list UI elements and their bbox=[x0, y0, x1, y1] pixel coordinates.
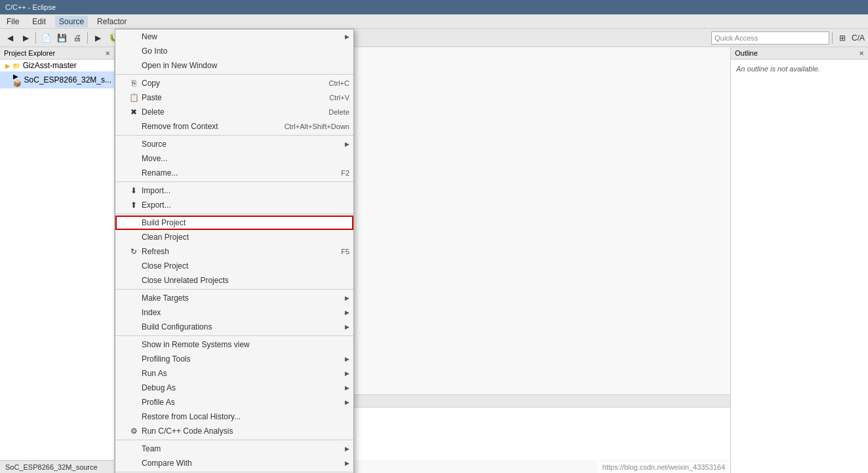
ctx-icon-run-cpp-analysis: ⚙ bbox=[128, 426, 139, 436]
ctx-item-debug-as[interactable]: Debug As▶ bbox=[115, 381, 353, 395]
ctx-icon-paste: 📋 bbox=[128, 92, 139, 103]
ctx-arrow-profile-as: ▶ bbox=[345, 399, 349, 406]
ctx-icon-compare-with bbox=[128, 458, 139, 468]
ctx-item-go-into[interactable]: Go Into bbox=[115, 44, 353, 58]
ctx-item-move[interactable]: Move... bbox=[115, 151, 353, 166]
ctx-item-make-targets[interactable]: Make Targets▶ bbox=[115, 291, 353, 305]
toolbar-sep-1 bbox=[35, 32, 36, 44]
title-bar: C/C++ - Eclipse bbox=[0, 0, 868, 14]
ctx-item-copy[interactable]: ⎘CopyCtrl+C bbox=[115, 76, 353, 90]
ctx-label-remove-context: Remove from Context bbox=[142, 122, 269, 131]
ctx-item-show-remote[interactable]: Show in Remote Systems view bbox=[115, 337, 353, 352]
ctx-icon-copy: ⎘ bbox=[128, 78, 139, 88]
tree-item-soc[interactable]: ▶ 📦 SoC_ESP8266_32M_s... bbox=[0, 71, 114, 88]
ctx-separator bbox=[115, 214, 353, 214]
toolbar-btn-forward[interactable]: ▶ bbox=[18, 31, 33, 45]
ctx-shortcut-copy: Ctrl+C bbox=[329, 79, 349, 87]
menu-refactor[interactable]: Refactor bbox=[93, 16, 130, 28]
ctx-item-rename[interactable]: Rename...F2 bbox=[115, 166, 353, 180]
ctx-label-index: Index bbox=[142, 308, 342, 317]
toolbar-sep-4 bbox=[832, 32, 833, 44]
ctx-label-run-cpp-analysis: Run C/C++ Code Analysis bbox=[142, 426, 349, 436]
title-text: C/C++ - Eclipse bbox=[5, 3, 56, 11]
menu-source[interactable]: Source bbox=[55, 16, 88, 28]
ctx-item-clean-project[interactable]: Clean Project bbox=[115, 230, 353, 244]
outline-close[interactable]: ✕ bbox=[859, 50, 864, 57]
ctx-item-remove-context[interactable]: Remove from ContextCtrl+Alt+Shift+Down bbox=[115, 119, 353, 134]
ctx-shortcut-paste: Ctrl+V bbox=[329, 94, 349, 102]
ctx-item-close-project[interactable]: Close Project bbox=[115, 259, 353, 273]
ctx-item-restore-local-history[interactable]: Restore from Local History... bbox=[115, 409, 353, 424]
ctx-item-index[interactable]: Index▶ bbox=[115, 305, 353, 320]
outline-message: An outline is not available. bbox=[731, 60, 868, 78]
ctx-arrow-new: ▶ bbox=[345, 33, 349, 40]
ctx-item-refresh[interactable]: ↻RefreshF5 bbox=[115, 244, 353, 259]
toolbar-btn-cpp[interactable]: C/A bbox=[851, 31, 865, 45]
ctx-item-source[interactable]: Source▶ bbox=[115, 137, 353, 151]
toolbar-btn-new[interactable]: 📄 bbox=[39, 31, 53, 45]
ctx-label-new: New bbox=[142, 32, 342, 41]
ctx-item-team[interactable]: Team▶ bbox=[115, 442, 353, 456]
ctx-icon-clean-project bbox=[128, 232, 139, 242]
ctx-arrow-source: ▶ bbox=[345, 141, 349, 147]
ctx-item-profiling-tools[interactable]: Profiling Tools▶ bbox=[115, 352, 353, 366]
status-bar: SoC_ESP8266_32M_source bbox=[0, 460, 114, 473]
toolbar-btn-save[interactable]: 💾 bbox=[54, 31, 69, 45]
ctx-item-open-new-window[interactable]: Open in New Window bbox=[115, 58, 353, 73]
ctx-icon-move bbox=[128, 153, 139, 164]
ctx-label-source: Source bbox=[142, 140, 342, 149]
ctx-separator bbox=[115, 74, 353, 75]
ctx-icon-restore-local-history bbox=[128, 411, 139, 422]
ctx-separator bbox=[115, 472, 353, 472]
toolbar-btn-perspective[interactable]: ⊞ bbox=[835, 31, 850, 45]
project-explorer-close[interactable]: ✕ bbox=[105, 50, 110, 57]
ctx-item-paste[interactable]: 📋PasteCtrl+V bbox=[115, 90, 353, 105]
menu-file[interactable]: File bbox=[3, 16, 23, 28]
toolbar-btn-run[interactable]: ▶ bbox=[90, 31, 105, 45]
ctx-icon-index bbox=[128, 307, 139, 318]
quick-access-box[interactable]: Quick Access bbox=[711, 31, 829, 45]
ctx-separator bbox=[115, 335, 353, 336]
ctx-item-profile-as[interactable]: Profile As▶ bbox=[115, 395, 353, 409]
status-text: SoC_ESP8266_32M_source bbox=[5, 463, 98, 471]
ctx-item-compare-with[interactable]: Compare With▶ bbox=[115, 456, 353, 470]
ctx-icon-new bbox=[128, 31, 139, 42]
ctx-separator bbox=[115, 135, 353, 136]
ctx-item-build-configurations[interactable]: Build Configurations▶ bbox=[115, 320, 353, 334]
ctx-label-clean-project: Clean Project bbox=[142, 233, 349, 242]
watermark: https://blog.csdn.net/weixin_43353164 bbox=[597, 461, 730, 473]
ctx-arrow-make-targets: ▶ bbox=[345, 295, 349, 301]
ctx-icon-rename bbox=[128, 168, 139, 178]
ctx-label-compare-with: Compare With bbox=[142, 459, 342, 468]
ctx-item-build-project[interactable]: Build Project bbox=[115, 216, 353, 230]
toolbar-btn-print[interactable]: 🖨 bbox=[70, 31, 85, 45]
ctx-item-import[interactable]: ⬇Import... bbox=[115, 183, 353, 198]
tree-item-gizasst[interactable]: ▶ 📁 GizAsst-master bbox=[0, 60, 114, 71]
ctx-arrow-compare-with: ▶ bbox=[345, 460, 349, 466]
ctx-shortcut-delete: Delete bbox=[328, 108, 349, 116]
toolbar-btn-back[interactable]: ◀ bbox=[3, 31, 17, 45]
ctx-icon-run-as bbox=[128, 368, 139, 379]
ctx-label-team: Team bbox=[142, 444, 342, 453]
ctx-item-export[interactable]: ⬆Export... bbox=[115, 198, 353, 212]
ctx-label-close-unrelated: Close Unrelated Projects bbox=[142, 276, 349, 285]
menu-edit[interactable]: Edit bbox=[28, 16, 50, 28]
menu-bar: File Edit Source Refactor bbox=[0, 14, 868, 29]
ctx-icon-profile-as bbox=[128, 397, 139, 407]
ctx-arrow-profiling-tools: ▶ bbox=[345, 356, 349, 362]
ctx-label-refresh: Refresh bbox=[142, 247, 325, 256]
ctx-item-new[interactable]: New▶ bbox=[115, 29, 353, 44]
ctx-item-close-unrelated[interactable]: Close Unrelated Projects bbox=[115, 273, 353, 288]
ctx-icon-build-project bbox=[128, 218, 139, 228]
ctx-item-run-cpp-analysis[interactable]: ⚙Run C/C++ Code Analysis bbox=[115, 424, 353, 438]
ctx-icon-close-project bbox=[128, 261, 139, 271]
ctx-item-delete[interactable]: ✖DeleteDelete bbox=[115, 105, 353, 119]
ctx-label-make-targets: Make Targets bbox=[142, 293, 342, 303]
ctx-label-paste: Paste bbox=[142, 93, 313, 102]
ctx-icon-show-remote bbox=[128, 339, 139, 350]
toolbar-sep-2 bbox=[87, 32, 88, 44]
ctx-separator bbox=[115, 181, 353, 182]
ctx-item-run-as[interactable]: Run As▶ bbox=[115, 366, 353, 381]
ctx-arrow-team: ▶ bbox=[345, 445, 349, 452]
tree-label-gizasst: GizAsst-master bbox=[23, 61, 77, 70]
